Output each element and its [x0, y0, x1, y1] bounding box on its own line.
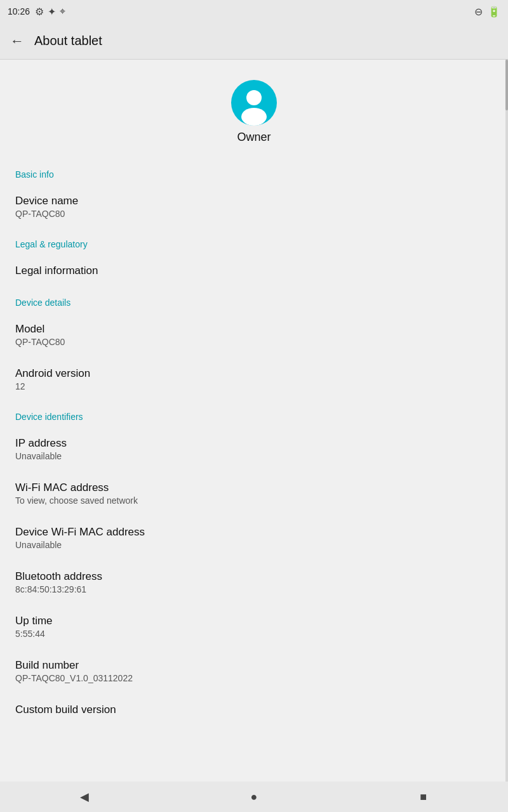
nav-home-button[interactable]: ● [235, 785, 273, 808]
settings-icon: ⚙ [35, 6, 44, 18]
list-item-title-device-wifi-mac: Device Wi-Fi MAC address [15, 526, 493, 539]
status-right: ⊖ 🔋 [474, 6, 500, 18]
list-item-subtitle-wifi-mac: To view, choose saved network [15, 495, 493, 506]
section-header-basic-info: Basic info [0, 159, 508, 185]
list-item-subtitle-uptime: 5:55:44 [15, 629, 493, 639]
section-header-legal: Legal & regulatory [0, 229, 508, 254]
status-icons: ⚙ ✦ ⌖ [35, 6, 65, 18]
list-item-title-uptime: Up time [15, 615, 493, 627]
nav-recents-button[interactable]: ■ [404, 785, 443, 808]
list-item-title-custom-build: Custom build version [15, 704, 493, 716]
list-item-subtitle-ip: Unavailable [15, 451, 493, 461]
list-item-title-bluetooth: Bluetooth address [15, 570, 493, 583]
list-item-model[interactable]: Model QP-TAQC80 [0, 313, 508, 357]
list-item-title-wifi-mac: Wi-Fi MAC address [15, 481, 493, 494]
list-item-subtitle-device-wifi-mac: Unavailable [15, 540, 493, 550]
time-display: 10:26 [8, 6, 30, 16]
list-item-title-ip: IP address [15, 437, 493, 450]
svg-point-1 [246, 90, 262, 105]
battery-icon: 🔋 [488, 6, 500, 18]
page-title: About tablet [34, 34, 102, 48]
list-item-subtitle-bluetooth: 8c:84:50:13:29:61 [15, 584, 493, 594]
nav-back-button[interactable]: ◀ [65, 785, 104, 808]
top-bar: ← About tablet [0, 23, 508, 60]
do-not-disturb-icon: ⊖ [474, 6, 483, 18]
list-item-subtitle-model: QP-TAQC80 [15, 337, 493, 347]
list-item-custom-build-version[interactable]: Custom build version [0, 693, 508, 726]
owner-name: Owner [237, 131, 271, 144]
content-area[interactable]: Owner Basic info Device name QP-TAQC80 L… [0, 60, 508, 782]
scroll-track [505, 60, 508, 782]
list-item-title-device-name: Device name [15, 195, 493, 207]
owner-avatar-icon [231, 80, 277, 126]
list-item-ip-address[interactable]: IP address Unavailable [0, 427, 508, 471]
list-item-legal-information[interactable]: Legal information [0, 254, 508, 287]
list-item-title-android-version: Android version [15, 367, 493, 380]
list-item-wifi-mac[interactable]: Wi-Fi MAC address To view, choose saved … [0, 471, 508, 516]
back-button[interactable]: ← [10, 33, 24, 49]
list-item-device-name[interactable]: Device name QP-TAQC80 [0, 185, 508, 229]
list-item-device-wifi-mac[interactable]: Device Wi-Fi MAC address Unavailable [0, 516, 508, 560]
list-item-title-legal: Legal information [15, 265, 493, 277]
section-header-device-details: Device details [0, 287, 508, 313]
section-header-device-identifiers: Device identifiers [0, 402, 508, 427]
bottom-nav: ◀ ● ■ [0, 782, 508, 812]
section-device-identifiers: Device identifiers IP address Unavailabl… [0, 402, 508, 726]
owner-section: Owner [0, 60, 508, 159]
list-item-title-model: Model [15, 323, 493, 336]
list-item-subtitle-device-name: QP-TAQC80 [15, 209, 493, 219]
list-item-build-number[interactable]: Build number QP-TAQC80_V1.0_03112022 [0, 649, 508, 693]
list-item-android-version[interactable]: Android version 12 [0, 357, 508, 402]
scroll-thumb[interactable] [505, 60, 508, 110]
list-item-bluetooth-address[interactable]: Bluetooth address 8c:84:50:13:29:61 [0, 560, 508, 605]
list-item-title-build-number: Build number [15, 659, 493, 672]
location-icon: ⌖ [60, 6, 65, 17]
section-legal-regulatory: Legal & regulatory Legal information [0, 229, 508, 287]
status-left: 10:26 ⚙ ✦ ⌖ [8, 6, 65, 18]
status-bar: 10:26 ⚙ ✦ ⌖ ⊖ 🔋 [0, 0, 508, 23]
svg-point-2 [241, 108, 267, 126]
usb-icon: ✦ [48, 6, 56, 18]
section-device-details: Device details Model QP-TAQC80 Android v… [0, 287, 508, 402]
list-item-subtitle-android-version: 12 [15, 381, 493, 391]
list-item-up-time[interactable]: Up time 5:55:44 [0, 605, 508, 649]
section-basic-info: Basic info Device name QP-TAQC80 [0, 159, 508, 229]
list-item-subtitle-build-number: QP-TAQC80_V1.0_03112022 [15, 673, 493, 683]
